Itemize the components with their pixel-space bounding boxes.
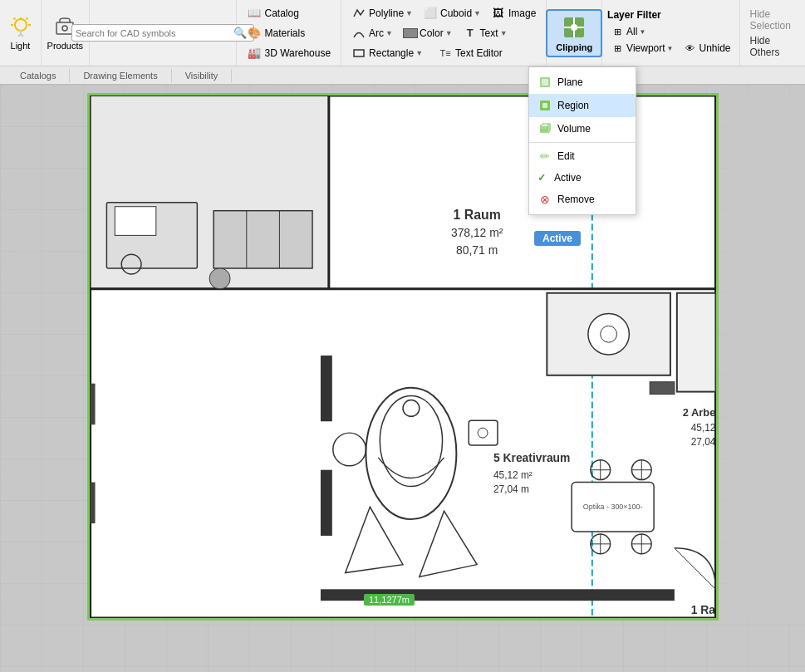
svg-text:27,04 m: 27,04 m	[493, 483, 529, 495]
layer-viewport-button[interactable]: ⊞ Viewport ▼	[607, 41, 676, 56]
search-input[interactable]	[76, 28, 233, 38]
catalog-group: 📖 Catalog 🎨 Materials 🏭 3D Warehouse	[237, 0, 341, 66]
polyline-button[interactable]: Polyline ▼	[346, 4, 418, 22]
svg-rect-63	[321, 470, 332, 536]
svg-point-13	[571, 24, 577, 31]
svg-rect-62	[321, 356, 332, 421]
menu-item-active[interactable]: ✓ Active	[529, 168, 636, 188]
catalog-icon: 📖	[247, 6, 262, 21]
clipping-button[interactable]: Clipping	[546, 9, 602, 57]
svg-text:80,71 m: 80,71 m	[456, 243, 498, 257]
tab-visibility[interactable]: Visibility	[172, 69, 233, 82]
layer-filter-section: Layer Filter ⊞ All ▼ ⊞ Viewport ▼ 👁 Unhi…	[602, 0, 739, 66]
light-icon	[9, 16, 32, 39]
tab-drawing-elements[interactable]: Drawing Elements	[70, 69, 171, 82]
menu-item-edit[interactable]: ✏ Edit	[529, 145, 636, 168]
rectangle-button[interactable]: Rectangle ▼	[346, 44, 428, 62]
svg-point-0	[15, 19, 27, 31]
svg-rect-20	[115, 207, 156, 236]
menu-volume-label: Volume	[557, 123, 591, 135]
svg-line-4	[21, 34, 23, 37]
svg-rect-21	[214, 211, 312, 268]
text-icon: T	[463, 26, 478, 41]
catalog-button[interactable]: 📖 Catalog	[242, 4, 303, 22]
menu-edit-label: Edit	[557, 150, 575, 162]
clipping-icon	[561, 14, 587, 41]
arc-icon	[351, 26, 366, 41]
polyline-label: Polyline	[369, 7, 404, 19]
clipping-section: Clipping	[547, 0, 602, 66]
menu-region-label: Region	[557, 100, 589, 111]
main-toolbar: Light Products 🔍 📖 Catalog	[0, 0, 805, 66]
hide-others-label: Hide Others	[750, 35, 795, 58]
materials-button[interactable]: 🎨 Materials	[242, 24, 310, 42]
active-badge: Active	[534, 231, 581, 246]
warehouse-label: 3D Warehouse	[264, 47, 331, 59]
svg-rect-25	[209, 268, 230, 289]
search-box[interactable]: 🔍	[71, 24, 254, 42]
menu-item-plane[interactable]: Plane	[529, 71, 636, 94]
cuboid-arrow: ▼	[474, 9, 481, 17]
layer-all-button[interactable]: ⊞ All ▼	[607, 24, 661, 39]
svg-line-3	[18, 34, 21, 37]
catalog-label: Catalog	[264, 7, 298, 19]
text-editor-label: Text Editor	[455, 47, 503, 59]
svg-rect-52	[677, 293, 716, 392]
text-label: Text	[480, 27, 498, 39]
svg-text:1 Raum: 1 Raum	[691, 603, 716, 616]
clipping-label: Clipping	[556, 42, 592, 52]
layer-viewport-arrow: ▼	[667, 45, 674, 52]
layer-unhide-button[interactable]: 👁 Unhide	[680, 41, 734, 56]
color-swatch	[403, 28, 418, 38]
right-panel	[726, 93, 805, 620]
menu-item-volume[interactable]: Volume	[529, 117, 636, 140]
svg-rect-64	[91, 384, 96, 425]
text-button[interactable]: T Text ▼	[458, 24, 513, 42]
layer-viewport-label: Viewport	[626, 42, 665, 54]
tab-catalogs[interactable]: Catalogs	[7, 69, 70, 82]
color-button[interactable]: Color ▼	[398, 26, 458, 41]
menu-plane-label: Plane	[557, 76, 583, 88]
layer-filter-title: Layer Filter	[607, 9, 734, 21]
dropdown-menu: Plane Region Volume ✏ Edit ✓ Active ⊗	[528, 66, 636, 215]
image-icon: 🖼	[491, 6, 506, 21]
volume-icon	[537, 121, 552, 136]
image-button[interactable]: 🖼 Image	[486, 4, 541, 22]
svg-rect-70	[542, 103, 547, 108]
hide-others-button[interactable]: Hide Others	[747, 33, 798, 60]
svg-text:Optika - 300×100-: Optika - 300×100-	[583, 503, 643, 511]
warehouse-button[interactable]: 🏭 3D Warehouse	[242, 44, 336, 62]
edit-icon: ✏	[537, 149, 552, 164]
tabs-row: Catalogs Drawing Elements Visibility	[0, 66, 805, 85]
layer-all-label: All	[626, 26, 637, 37]
menu-item-remove[interactable]: ⊗ Remove	[529, 188, 636, 211]
menu-item-region[interactable]: Region	[529, 94, 636, 117]
text-editor-icon: T≡	[438, 46, 453, 61]
text-arrow: ▼	[500, 29, 508, 37]
svg-line-7	[13, 17, 15, 19]
svg-rect-68	[542, 79, 548, 86]
rectangle-icon	[351, 46, 366, 61]
color-label: Color	[420, 27, 444, 39]
light-section: Light	[0, 0, 42, 66]
products-label: Products	[47, 41, 83, 51]
polyline-arrow: ▼	[405, 9, 413, 17]
svg-point-10	[62, 26, 67, 31]
hide-selection-label: Hide Selection	[750, 8, 795, 32]
canvas-area[interactable]: 1 Raum 378,12 m² 80,71 m	[0, 85, 805, 672]
rectangle-arrow: ▼	[415, 49, 423, 57]
svg-rect-11	[354, 50, 364, 56]
arc-button[interactable]: Arc ▼	[346, 24, 398, 42]
cuboid-label: Cuboid	[440, 7, 472, 19]
image-label: Image	[508, 7, 536, 19]
svg-text:5 Kreativraum: 5 Kreativraum	[493, 451, 570, 464]
text-editor-button[interactable]: T≡ Text Editor	[433, 44, 508, 62]
arc-label: Arc	[369, 27, 384, 39]
svg-rect-32	[469, 420, 498, 445]
cuboid-button[interactable]: ⬜ Cuboid ▼	[418, 4, 486, 22]
hide-selection-button[interactable]: Hide Selection	[747, 7, 798, 33]
layer-all-icon: ⊞	[611, 25, 624, 38]
measurement-value: 11,1277m	[369, 595, 410, 605]
light-button[interactable]: Light	[4, 13, 37, 53]
polyline-icon	[351, 6, 366, 21]
